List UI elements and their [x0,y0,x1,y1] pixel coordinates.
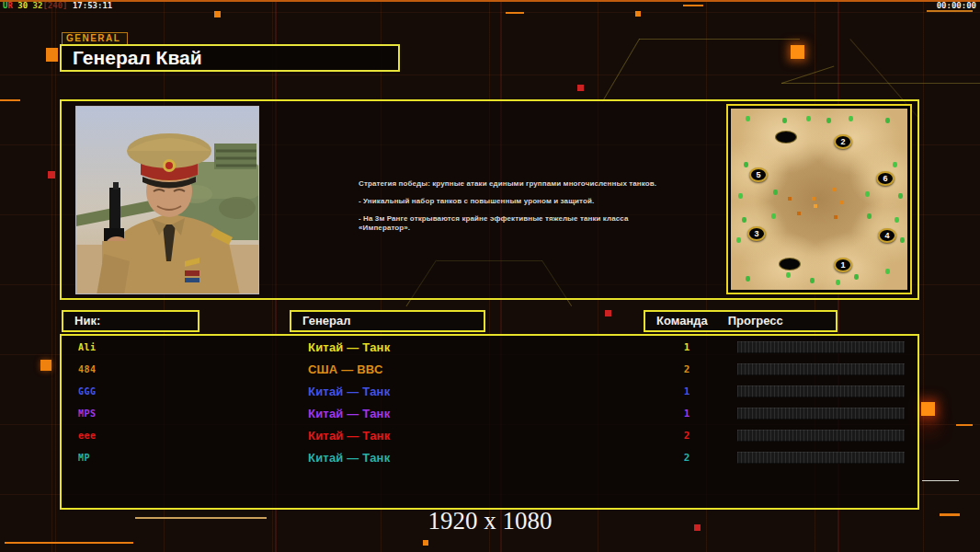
debug-segment: 32 [33,1,43,10]
decor-line [602,39,640,102]
decor-dash [0,99,20,101]
player-row: Ali Китай — Танк 1 [62,336,917,358]
player-team: 1 [668,385,705,397]
player-row: 484 США — ВВС 2 [62,358,917,380]
column-header-nick: Ник: [62,310,199,332]
player-general: Китай — Танк [308,340,390,354]
decor-square [46,48,58,62]
decor-square [921,402,935,416]
debug-overlay: UR 30 32[240] 17:53:11 [3,1,112,10]
player-team: 2 [668,430,705,442]
progress-bar [737,363,905,375]
player-row: GGG Китай — Танк 1 [62,380,917,402]
player-name: eee [78,431,97,441]
map-supply-dots [731,109,735,112]
progress-bar [737,408,905,420]
map-start-oval [779,258,801,270]
decor-square [791,45,804,59]
general-portrait-art [76,107,259,294]
player-general: Китай — Танк [308,407,390,420]
decor-dash [683,5,703,6]
player-name: MP [78,453,90,463]
map-preview: 2 5 6 3 4 1 [726,104,912,294]
match-timer: 00:00:00 [937,1,976,10]
player-general: Китай — Танк [308,451,390,465]
decor-square [214,11,221,17]
general-portrait [75,106,259,294]
decor-dash [922,480,959,481]
page-title: Генерал Квай [60,44,400,72]
map-spawn-marker: 2 [834,134,852,149]
decor-line [781,83,980,84]
decor-dash [506,12,524,14]
decor-square [423,540,428,546]
progress-bar [737,452,905,464]
progress-bar [737,430,905,442]
decor-dash [5,542,133,544]
loading-screen: UR 30 32[240] 17:53:11 00:00:00 GENERAL … [0,0,980,552]
player-team: 1 [668,408,705,420]
debug-segment: [240] [42,1,67,10]
decor-square [577,85,584,91]
decor-square [605,310,611,316]
player-row: MPS Китай — Танк 1 [62,402,917,424]
column-header-progress: Прогресс [728,312,783,330]
decor-line [781,65,834,83]
decor-dash [956,424,973,426]
decor-line [639,39,800,40]
resolution-label: 1920 x 1080 [0,507,980,535]
decor-square [635,11,641,17]
map-canvas: 2 5 6 3 4 1 [731,109,907,290]
player-name: GGG [78,386,97,397]
map-spawn-marker: 6 [876,171,895,186]
map-spawn-marker: 3 [747,226,766,241]
player-general: Китай — Танк [308,429,390,443]
map-spawn-marker: 1 [834,258,852,272]
player-general: США — ВВС [308,362,383,376]
briefing-line: Стратегия победы: крупные атаки едиными … [359,179,671,189]
player-row: MP Китай — Танк 2 [62,446,917,468]
general-info-panel: Стратегия победы: крупные атаки едиными … [60,99,919,300]
player-row: eee Китай — Танк 2 [62,424,917,446]
strategy-briefing: Стратегия победы: крупные атаки едиными … [359,179,671,241]
map-start-oval [775,131,797,144]
player-team: 2 [668,452,705,464]
player-general: Китай — Танк [308,385,390,398]
decor-square [40,360,51,371]
briefing-line: - Уникальный набор танков с повышенным у… [359,197,671,206]
decor-square [48,171,55,178]
column-header-general: Генерал [290,310,485,332]
player-team: 1 [668,341,705,353]
player-name: Ali [78,342,97,352]
map-spawn-marker: 4 [878,228,896,243]
debug-segment: 30 [13,1,33,10]
column-header-team-progress: Команда Прогресс [644,310,838,332]
player-name: MPS [78,408,97,419]
players-panel: Ali Китай — Танк 1 484 США — ВВС 2 GGG К… [60,334,919,510]
map-spawn-marker: 5 [749,167,768,182]
bottom-divider-line [61,0,980,2]
timer-underline [927,10,973,12]
debug-segment: 17:53:11 [67,1,112,10]
briefing-line: - На 3м Ранге открываются крайне эффекти… [359,214,671,233]
player-name: 484 [78,364,97,374]
player-team: 2 [668,363,705,375]
progress-bar [737,341,905,353]
general-tab-label: GENERAL [62,32,128,45]
column-header-team: Команда [656,312,708,330]
progress-bar [737,385,905,397]
